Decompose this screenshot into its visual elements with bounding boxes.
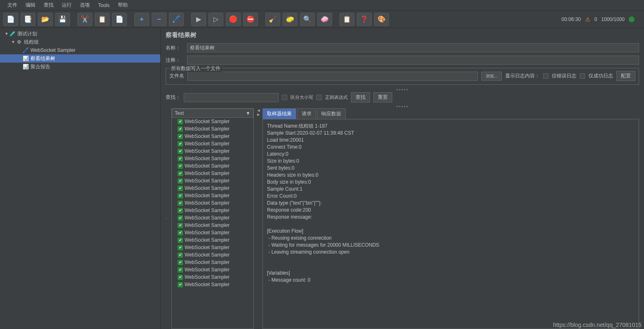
success-shield-icon: ✔ — [178, 149, 183, 154]
list-item[interactable]: ✔WebSocket Sampler — [172, 184, 253, 192]
name-label: 名称： — [166, 44, 184, 51]
list-item-label: WebSocket Sampler — [185, 230, 229, 236]
tree-item-aggregate[interactable]: 📊 聚合报告 — [0, 63, 160, 71]
function-helper-icon[interactable]: 📋 — [340, 13, 354, 26]
sampler-result-list[interactable]: ✔WebSocket Sampler✔WebSocket Sampler✔Web… — [172, 118, 253, 329]
success-shield-icon: ✔ — [178, 163, 183, 169]
heap-dump-icon[interactable]: 🎨 — [374, 13, 389, 26]
menu-item[interactable]: 编辑 — [22, 0, 39, 10]
chart-icon: 📊 — [22, 64, 29, 70]
new-icon[interactable]: 📄 — [3, 13, 18, 26]
cut-icon[interactable]: ✂️ — [77, 13, 92, 26]
list-item[interactable]: ✔WebSocket Sampler — [172, 266, 253, 273]
expand-icon[interactable]: + — [134, 13, 149, 26]
shutdown-icon[interactable]: ⛔ — [243, 13, 258, 26]
list-item[interactable]: ✔WebSocket Sampler — [172, 177, 253, 184]
tree-item-sampler[interactable]: 🖊️ WebSocket Sampler — [0, 46, 160, 54]
reset-button[interactable]: 重置 — [373, 92, 392, 103]
search-icon[interactable]: 🔍 — [300, 13, 315, 26]
list-item[interactable]: ✔WebSocket Sampler — [172, 273, 253, 281]
list-item-label: WebSocket Sampler — [185, 215, 229, 221]
list-item[interactable]: ✔WebSocket Sampler — [172, 251, 253, 259]
list-item[interactable]: ✔WebSocket Sampler — [172, 199, 253, 207]
tree-thread-group[interactable]: ▼ ⚙ 线程组 — [0, 38, 160, 46]
list-item[interactable]: ✔WebSocket Sampler — [172, 162, 253, 170]
tab-request[interactable]: 请求 — [297, 108, 316, 119]
start-no-pause-icon[interactable]: ▷ — [208, 13, 223, 26]
regex-checkbox[interactable] — [316, 95, 322, 100]
tab-sampler-result[interactable]: 取样器结果 — [262, 108, 296, 119]
nav-arrows-icon[interactable]: ◀▶ — [257, 108, 260, 329]
open-icon[interactable]: 📂 — [38, 13, 53, 26]
only-error-checkbox[interactable] — [543, 73, 548, 79]
only-success-checkbox[interactable] — [580, 73, 585, 79]
list-item[interactable]: ✔WebSocket Sampler — [172, 125, 253, 133]
success-shield-icon: ✔ — [178, 238, 183, 243]
success-shield-icon: ✔ — [178, 178, 183, 184]
regex-label: 正则表达式 — [325, 94, 348, 100]
warning-icon[interactable]: ⚠ — [585, 16, 590, 23]
list-item-label: WebSocket Sampler — [185, 178, 229, 184]
menu-item[interactable]: 选项 — [77, 0, 93, 10]
render-format-select[interactable]: Text ▼ — [172, 109, 253, 118]
success-shield-icon: ✔ — [178, 201, 183, 206]
configure-button[interactable]: 配置 — [616, 71, 635, 81]
templates-icon[interactable]: 📑 — [21, 13, 35, 26]
expand-arrow-icon[interactable]: ▼ — [4, 32, 9, 36]
only-success-label: 仅成功日志 — [588, 72, 613, 79]
copy-icon[interactable]: 📋 — [95, 13, 110, 26]
case-sensitive-checkbox[interactable] — [282, 95, 287, 100]
menu-item[interactable]: 帮助 — [115, 0, 131, 10]
name-input[interactable] — [187, 43, 639, 52]
clear-icon[interactable]: 🧹 — [265, 13, 280, 26]
collapse-icon[interactable]: − — [152, 13, 166, 26]
list-item[interactable]: ✔WebSocket Sampler — [172, 259, 253, 266]
success-shield-icon: ✔ — [178, 275, 183, 280]
success-shield-icon: ✔ — [178, 208, 183, 213]
sampler-result-detail[interactable]: Thread Name:线程组 1-187 Sample Start:2020-… — [262, 119, 639, 329]
list-item[interactable]: ✔WebSocket Sampler — [172, 118, 253, 125]
test-plan-tree[interactable]: ▼ 🧪 测试计划 ▼ ⚙ 线程组 🖊️ WebSocket Sampler 📊 … — [0, 28, 161, 329]
help-icon[interactable]: ❓ — [357, 13, 372, 26]
clear-all-icon[interactable]: 🧽 — [283, 13, 297, 26]
menu-item[interactable]: Tools — [95, 1, 113, 9]
search-input[interactable] — [184, 93, 279, 102]
expand-arrow-icon[interactable]: ▼ — [11, 40, 16, 44]
list-item[interactable]: ✔WebSocket Sampler — [172, 222, 253, 229]
stop-icon[interactable]: 🛑 — [226, 13, 241, 26]
vertical-grip-icon[interactable]: ⋮ — [166, 108, 169, 329]
tree-root[interactable]: ▼ 🧪 测试计划 — [0, 30, 160, 38]
list-item[interactable]: ✔WebSocket Sampler — [172, 244, 253, 251]
list-item[interactable]: ✔WebSocket Sampler — [172, 140, 253, 147]
paste-icon[interactable]: 📄 — [112, 13, 127, 26]
splitter-grip-icon[interactable]: ▴▴▴▴▴ — [166, 104, 639, 107]
splitter-grip-icon[interactable]: ▴▴▴▴▴ — [166, 87, 639, 91]
find-button[interactable]: 查找 — [351, 92, 370, 103]
list-item[interactable]: ✔WebSocket Sampler — [172, 170, 253, 177]
list-item[interactable]: ✔WebSocket Sampler — [172, 192, 253, 199]
list-item-label: WebSocket Sampler — [185, 170, 229, 176]
list-item[interactable]: ✔WebSocket Sampler — [172, 155, 253, 162]
list-item-label: WebSocket Sampler — [185, 126, 229, 132]
list-item[interactable]: ✔WebSocket Sampler — [172, 147, 253, 155]
file-output-fieldset: 所有数据写入一个文件 文件名 浏览... 显示日志内容： 仅错误日志 仅成功日志… — [166, 68, 639, 85]
list-item[interactable]: ✔WebSocket Sampler — [172, 207, 253, 214]
reset-search-icon[interactable]: 🧼 — [317, 13, 332, 26]
menu-item[interactable]: 查找 — [40, 0, 57, 10]
tab-response[interactable]: 响应数据 — [317, 108, 346, 119]
menu-item[interactable]: 文件 — [4, 0, 21, 10]
list-item[interactable]: ✔WebSocket Sampler — [172, 281, 253, 288]
tree-item-results-tree[interactable]: 📊 察看结果树 — [0, 54, 160, 63]
save-icon[interactable]: 💾 — [55, 13, 70, 26]
start-icon[interactable]: ▶ — [191, 13, 206, 26]
select-value: Text — [175, 110, 184, 116]
filename-input[interactable] — [187, 72, 478, 81]
comment-input[interactable] — [187, 56, 639, 65]
list-item[interactable]: ✔WebSocket Sampler — [172, 229, 253, 236]
toggle-icon[interactable]: 🖊️ — [169, 13, 184, 26]
list-item[interactable]: ✔WebSocket Sampler — [172, 214, 253, 222]
list-item[interactable]: ✔WebSocket Sampler — [172, 236, 253, 244]
list-item[interactable]: ✔WebSocket Sampler — [172, 133, 253, 140]
browse-button[interactable]: 浏览... — [481, 72, 502, 81]
menu-item[interactable]: 运行 — [59, 0, 75, 10]
